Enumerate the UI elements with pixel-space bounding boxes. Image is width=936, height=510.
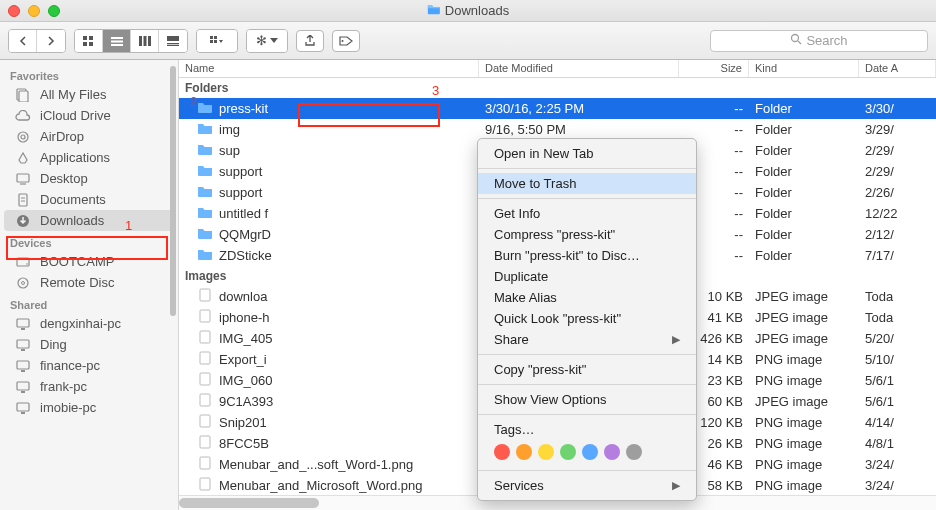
tag-color[interactable] (538, 444, 554, 460)
context-item-compress-press-kit-[interactable]: Compress "press-kit" (478, 224, 696, 245)
forward-button[interactable] (37, 30, 65, 52)
tags-button[interactable] (332, 30, 360, 52)
back-button[interactable] (9, 30, 37, 52)
sidebar-item-icloud-drive[interactable]: iCloud Drive (0, 105, 178, 126)
sidebar-item-frank-pc[interactable]: frank-pc (0, 376, 178, 397)
context-item-services[interactable]: Services▶ (478, 475, 696, 496)
svg-rect-10 (167, 36, 179, 41)
view-icon-button[interactable] (75, 30, 103, 52)
svg-rect-35 (21, 328, 25, 330)
context-item-quick-look-press-kit-[interactable]: Quick Look "press-kit" (478, 308, 696, 329)
maximize-icon[interactable] (48, 5, 60, 17)
disc-icon (14, 276, 32, 290)
action-button[interactable]: ✻ (246, 29, 288, 53)
file-size: -- (679, 122, 749, 137)
context-item-move-to-trash[interactable]: Move to Trash (478, 173, 696, 194)
svg-rect-51 (200, 436, 210, 448)
sidebar-item-bootcamp[interactable]: BOOTCAMP (0, 251, 178, 272)
context-item-make-alias[interactable]: Make Alias (478, 287, 696, 308)
file-icon (197, 330, 213, 347)
sidebar-scrollbar[interactable] (170, 66, 176, 316)
view-list-button[interactable] (103, 30, 131, 52)
file-row[interactable]: img9/16, 5:50 PM--Folder3/29/ (179, 119, 936, 140)
context-separator (478, 198, 696, 199)
context-item-show-view-options[interactable]: Show View Options (478, 389, 696, 410)
tag-color[interactable] (604, 444, 620, 460)
tag-color[interactable] (560, 444, 576, 460)
svg-rect-47 (200, 352, 210, 364)
sidebar-item-label: Ding (40, 337, 67, 352)
col-date-added[interactable]: Date A (859, 60, 936, 77)
tag-color[interactable] (626, 444, 642, 460)
pc-icon (14, 338, 32, 352)
col-kind[interactable]: Kind (749, 60, 859, 77)
tag-color[interactable] (516, 444, 532, 460)
search-field[interactable]: Search (710, 30, 928, 52)
tag-color[interactable] (582, 444, 598, 460)
context-item-burn-press-kit-to-disc-[interactable]: Burn "press-kit" to Disc… (478, 245, 696, 266)
context-tags-row (478, 440, 696, 466)
sidebar-item-remote-disc[interactable]: Remote Disc (0, 272, 178, 293)
file-icon (197, 351, 213, 368)
folder-icon (427, 3, 441, 18)
file-row[interactable]: press-kit3/30/16, 2:25 PM--Folder3/30/ (179, 98, 936, 119)
close-icon[interactable] (8, 5, 20, 17)
file-date-added: 5/10/ (859, 352, 936, 367)
col-date[interactable]: Date Modified (479, 60, 679, 77)
context-item-duplicate[interactable]: Duplicate (478, 266, 696, 287)
sidebar-item-label: BOOTCAMP (40, 254, 114, 269)
file-name: press-kit (219, 101, 268, 116)
context-item-tags-[interactable]: Tags… (478, 419, 696, 440)
svg-rect-34 (17, 319, 29, 327)
sidebar-item-applications[interactable]: Applications (0, 147, 178, 168)
context-item-label: Show View Options (494, 392, 607, 407)
file-name: img (219, 122, 240, 137)
window-title-text: Downloads (445, 3, 509, 18)
file-kind: Folder (749, 122, 859, 137)
context-item-label: Quick Look "press-kit" (494, 311, 621, 326)
file-date-added: 2/12/ (859, 227, 936, 242)
svg-rect-5 (111, 40, 123, 42)
file-icon (197, 309, 213, 326)
cloud-icon (14, 110, 32, 122)
sidebar-item-airdrop[interactable]: AirDrop (0, 126, 178, 147)
sidebar-item-dengxinhai-pc[interactable]: dengxinhai-pc (0, 313, 178, 334)
file-kind: Folder (749, 143, 859, 158)
file-icon (197, 414, 213, 431)
sidebar-item-ding[interactable]: Ding (0, 334, 178, 355)
folder-icon (197, 226, 213, 243)
context-item-get-info[interactable]: Get Info (478, 203, 696, 224)
view-column-button[interactable] (131, 30, 159, 52)
sidebar-item-downloads[interactable]: Downloads (4, 210, 174, 231)
column-header[interactable]: Name Date Modified Size Kind Date A (179, 60, 936, 78)
file-size: -- (679, 101, 749, 116)
file-name: 9C1A393 (219, 394, 273, 409)
share-button[interactable] (296, 30, 324, 52)
sidebar-item-imobie-pc[interactable]: imobie-pc (0, 397, 178, 418)
svg-rect-41 (21, 391, 25, 393)
context-item-share[interactable]: Share▶ (478, 329, 696, 350)
svg-point-32 (18, 278, 28, 288)
sidebar-section-header: Favorites (0, 64, 178, 84)
file-name: Snip201 (219, 415, 267, 430)
col-size[interactable]: Size (679, 60, 749, 77)
sidebar-item-desktop[interactable]: Desktop (0, 168, 178, 189)
view-coverflow-button[interactable] (159, 30, 187, 52)
svg-rect-15 (210, 40, 213, 43)
sidebar-item-all-my-files[interactable]: All My Files (0, 84, 178, 105)
sidebar-item-documents[interactable]: Documents (0, 189, 178, 210)
sidebar-item-finance-pc[interactable]: finance-pc (0, 355, 178, 376)
col-name[interactable]: Name (179, 60, 479, 77)
file-kind: PNG image (749, 457, 859, 472)
pc-icon (14, 401, 32, 415)
sidebar-item-label: Desktop (40, 171, 88, 186)
arrange-button[interactable] (196, 29, 238, 53)
minimize-icon[interactable] (28, 5, 40, 17)
context-item-copy-press-kit-[interactable]: Copy "press-kit" (478, 359, 696, 380)
file-date: 9/16, 5:50 PM (479, 122, 679, 137)
file-kind: Folder (749, 206, 859, 221)
svg-point-22 (18, 132, 28, 142)
context-item-open-in-new-tab[interactable]: Open in New Tab (478, 143, 696, 164)
tag-color[interactable] (494, 444, 510, 460)
sidebar-item-label: Remote Disc (40, 275, 114, 290)
